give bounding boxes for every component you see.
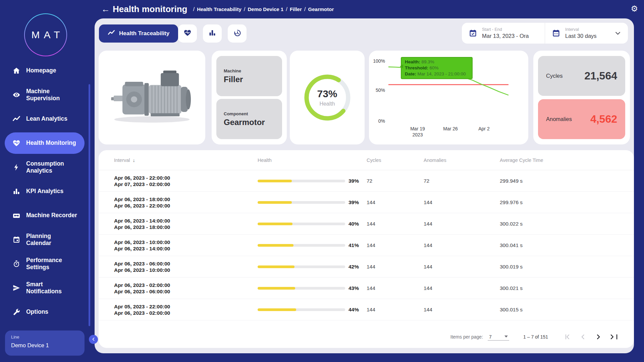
- table-row[interactable]: Apr 06, 2023 - 06:00:00 Apr 06, 2023 - 1…: [99, 256, 634, 278]
- anomalies-box: Anomalies 4,562: [538, 99, 625, 139]
- avg-cycle-time-cell: 300.019 s: [500, 264, 619, 270]
- device-selector-card[interactable]: Line Demo Device 1: [5, 330, 85, 356]
- machine-label: Machine: [224, 68, 275, 73]
- breadcrumb: /Health Traceability/Demo Device 1/Fille…: [191, 6, 334, 13]
- svg-text:100%: 100%: [373, 58, 385, 64]
- sidebar-item-smart-notifications[interactable]: Smart Notifications: [5, 277, 85, 299]
- sidebar-item-health-monitoring[interactable]: Health Monitoring: [5, 132, 85, 154]
- table-row[interactable]: Apr 06, 2023 - 10:00:00 Apr 06, 2023 - 1…: [99, 235, 634, 256]
- kpi-card: Cycles 21,564 Anomalies 4,562: [533, 51, 630, 144]
- chart-tooltip: Health: 89.3%Threshold: 60%Date: Mar 14,…: [401, 57, 473, 79]
- sidebar-item-machine-recorder[interactable]: Machine Recorder: [5, 205, 85, 226]
- health-heart-button[interactable]: [178, 24, 197, 43]
- machine-info-box: Machine Filler: [216, 56, 282, 96]
- sort-desc-icon[interactable]: ↓: [133, 158, 135, 163]
- sidebar-item-planning-calendar[interactable]: Planning Calendar: [5, 229, 85, 250]
- anomalies-label: Anomalies: [546, 116, 572, 122]
- sidebar-item-label: Planning Calendar: [26, 233, 51, 247]
- avg-cycle-time-cell: 300.022 s: [500, 221, 619, 227]
- interval-start: Apr 06, 2023 - 02:00:00: [114, 282, 258, 288]
- interval-start: Apr 05, 2023 - 22:00:00: [114, 303, 258, 310]
- date-range-value: Mar 13, 2023 - Ora: [482, 33, 529, 39]
- chevron-left-icon: [92, 337, 96, 343]
- cycles-cell: 72: [367, 178, 424, 184]
- breadcrumb-item[interactable]: Gearmotor: [308, 6, 334, 12]
- interval-end: Apr 06, 2023 - 14:00:00: [114, 245, 258, 252]
- home-icon: [12, 66, 21, 75]
- sidebar-item-label: KPI Analytics: [26, 188, 63, 195]
- history-button[interactable]: [228, 24, 247, 43]
- sidebar-item-label: Smart Notifications: [26, 281, 62, 295]
- back-arrow-icon[interactable]: ←: [101, 4, 111, 14]
- interval-end: Apr 06, 2023 - 06:00:00: [114, 288, 258, 295]
- breadcrumb-item[interactable]: Demo Device 1: [248, 6, 283, 12]
- avg-cycle-time-cell: 300.021 s: [500, 285, 619, 291]
- sidebar-item-kpi-analytics[interactable]: KPI Analytics: [5, 181, 85, 202]
- col-anomalies: Anomalies: [424, 158, 500, 163]
- settings-gear-icon[interactable]: ⚙: [631, 4, 638, 13]
- tab-health-traceability[interactable]: Health Traceability: [99, 24, 178, 43]
- sidebar-item-homepage[interactable]: Homepage: [5, 60, 85, 81]
- health-bar: [258, 308, 345, 311]
- svg-text:Mar 26: Mar 26: [443, 126, 458, 131]
- sidebar-item-options[interactable]: Options: [5, 301, 85, 323]
- sidebar-scrollbar[interactable]: [89, 84, 90, 326]
- tooltip-row: Date: Mar 14, 2023 - 21:00:00: [405, 71, 469, 77]
- cycles-cell: 144: [367, 242, 424, 248]
- tab-label: Health Traceability: [119, 30, 169, 37]
- bar-chart-button[interactable]: [203, 24, 222, 43]
- sidebar-item-performance-settings[interactable]: Performance Settings: [5, 253, 85, 275]
- interval-start: Apr 06, 2023 - 06:00:00: [114, 260, 258, 267]
- breadcrumb-separator: /: [244, 6, 246, 13]
- previous-page-button[interactable]: [577, 331, 589, 343]
- trend-icon: [12, 115, 21, 123]
- table-pagination: Items per page: 7 1 – 7 of 151: [99, 326, 634, 348]
- sidebar-item-lean-analytics[interactable]: Lean Analytics: [5, 108, 85, 130]
- table-row[interactable]: Apr 05, 2023 - 22:00:00 Apr 06, 2023 - 0…: [99, 299, 634, 320]
- health-bar: [258, 287, 345, 290]
- breadcrumb-item[interactable]: Filler: [290, 6, 302, 12]
- col-interval[interactable]: Interval↓: [114, 158, 258, 163]
- sidebar-item-consumption-analytics[interactable]: Consumption Analytics: [5, 157, 85, 178]
- machine-info-card: Machine Filler Component Gearmotor: [212, 51, 287, 144]
- date-range-picker[interactable]: Start - End Mar 13, 2023 - Ora: [462, 23, 545, 44]
- send-icon: [12, 284, 21, 292]
- items-per-page-select[interactable]: 7: [488, 334, 509, 341]
- sidebar-item-machine-supervision[interactable]: Machine Supervision: [5, 84, 85, 106]
- interval-select[interactable]: Interval Last 30 days: [545, 23, 628, 44]
- col-health: Health: [258, 158, 367, 163]
- table-row[interactable]: Apr 06, 2023 - 22:00:00 Apr 07, 2023 - 0…: [99, 170, 634, 192]
- last-page-button[interactable]: [608, 331, 620, 343]
- table-row[interactable]: Apr 06, 2023 - 18:00:00 Apr 06, 2023 - 2…: [99, 192, 634, 213]
- trend-icon: [108, 29, 115, 38]
- svg-text:Apr 2: Apr 2: [478, 126, 490, 131]
- health-trend-card: 100% 50% 0% Mar 192023Mar 26Apr 2 Health…: [369, 51, 528, 144]
- sidebar-nav: Homepage Machine Supervision Lean Analyt…: [0, 60, 95, 323]
- health-bar: [258, 201, 345, 204]
- app-logo: MAT: [24, 13, 67, 56]
- calendar-check-icon: [469, 29, 477, 38]
- calendar-dots-icon: [552, 29, 560, 38]
- interval-end: Apr 07, 2023 - 02:00:00: [114, 181, 258, 187]
- col-cycles: Cycles: [367, 158, 424, 163]
- anomalies-cell: 144: [424, 221, 500, 227]
- cycles-label: Cycles: [546, 73, 563, 79]
- cycles-value: 21,564: [584, 70, 617, 82]
- breadcrumb-item[interactable]: Health Traceability: [197, 6, 241, 12]
- avg-cycle-time-cell: 299.949 s: [500, 178, 619, 184]
- first-page-button[interactable]: [561, 331, 574, 343]
- table-row[interactable]: Apr 06, 2023 - 02:00:00 Apr 06, 2023 - 0…: [99, 278, 634, 299]
- sidebar-item-label: Health Monitoring: [26, 139, 76, 146]
- interval-start: Apr 06, 2023 - 18:00:00: [114, 196, 258, 202]
- anomalies-cell: 144: [424, 307, 500, 313]
- component-label: Component: [224, 111, 275, 116]
- avg-cycle-time-cell: 300.015 s: [500, 307, 619, 313]
- machine-value: Filler: [224, 75, 275, 84]
- breadcrumb-separator: /: [286, 6, 287, 13]
- recorder-icon: [12, 211, 21, 220]
- sidebar-collapse-button[interactable]: [89, 335, 98, 344]
- heart-pulse-icon: [12, 139, 21, 147]
- table-row[interactable]: Apr 06, 2023 - 14:00:00 Apr 06, 2023 - 1…: [99, 213, 634, 235]
- next-page-button[interactable]: [592, 331, 604, 343]
- history-icon: [233, 29, 241, 38]
